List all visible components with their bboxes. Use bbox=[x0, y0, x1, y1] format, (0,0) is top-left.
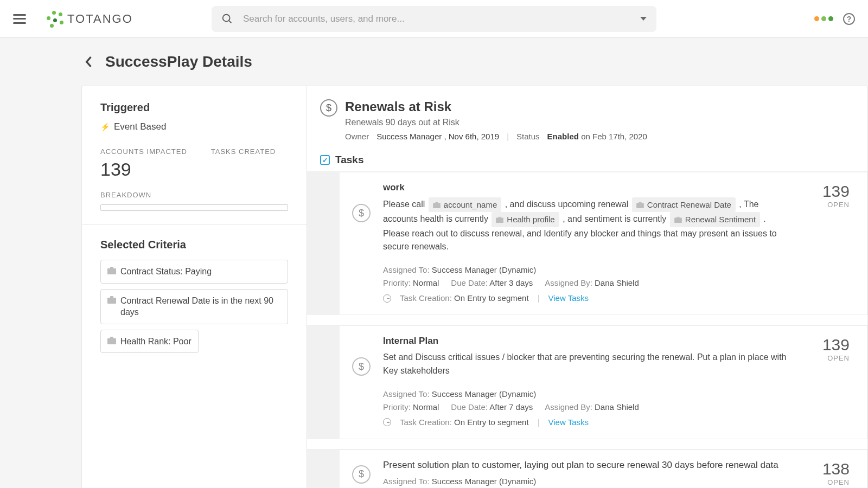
criteria-chip[interactable]: Contract Renewal Date is in the next 90 … bbox=[100, 289, 288, 324]
meta-label: Task Creation: bbox=[400, 418, 452, 427]
token-tag[interactable]: account_name bbox=[429, 197, 501, 212]
meta-label: Assigned By: bbox=[545, 402, 592, 412]
chevron-left-icon bbox=[85, 56, 92, 68]
criteria-text: Contract Renewal Date is in the next 90 … bbox=[120, 295, 281, 318]
metric-label: ACCOUNTS IMPACTED bbox=[100, 147, 187, 156]
meta-value: After 7 days bbox=[489, 402, 533, 412]
suitcase-icon bbox=[674, 216, 682, 223]
meta-value: Dana Shield bbox=[595, 402, 639, 412]
logo-text: TOTANGO bbox=[67, 12, 133, 26]
check-icon: ✓ bbox=[320, 155, 330, 165]
meta-label: Priority: bbox=[383, 278, 411, 287]
suitcase-icon bbox=[636, 202, 644, 208]
page-title: SuccessPlay Details bbox=[105, 53, 252, 70]
search-input[interactable] bbox=[243, 14, 640, 24]
meta-label: Due Date: bbox=[451, 402, 488, 412]
task-drag-handle[interactable] bbox=[307, 325, 340, 439]
menu-icon[interactable] bbox=[13, 14, 26, 24]
suitcase-icon bbox=[433, 202, 441, 208]
svg-rect-2 bbox=[107, 268, 116, 274]
clock-icon bbox=[383, 294, 391, 303]
criteria-chip[interactable]: Health Rank: Poor bbox=[100, 330, 199, 354]
breakdown-bar bbox=[100, 204, 288, 211]
meta-label: Assigned To: bbox=[383, 389, 430, 399]
logo[interactable]: TOTANGO bbox=[47, 11, 133, 27]
token-tag[interactable]: Renewal Sentiment bbox=[670, 212, 760, 227]
task-description: Please call account_name , and discuss u… bbox=[383, 197, 793, 254]
token-tag[interactable]: Health profile bbox=[492, 212, 559, 227]
meta-value: Normal bbox=[413, 402, 439, 412]
suitcase-icon bbox=[107, 296, 116, 304]
search-icon bbox=[221, 13, 233, 25]
play-meta: Owner Success Manager , Nov 6th, 2019 | … bbox=[345, 132, 835, 141]
suitcase-icon bbox=[496, 216, 503, 223]
status-value: Enabled bbox=[547, 132, 579, 141]
metric-value: 139 bbox=[100, 159, 187, 180]
criteria-chip[interactable]: Contract Status: Paying bbox=[100, 260, 288, 284]
task-text: , and discuss upcoming renewal bbox=[505, 200, 631, 209]
status-label: Status bbox=[516, 132, 540, 141]
global-search[interactable] bbox=[212, 6, 656, 32]
meta-value: On Entry to segment bbox=[454, 293, 529, 303]
task-row: $ work Please call account_name , and di… bbox=[307, 171, 867, 315]
task-description: Set and Discuss critical issues / blocke… bbox=[383, 351, 793, 378]
play-subtitle: Renewals 90 days out at Risk bbox=[345, 118, 835, 127]
view-tasks-link[interactable]: View Tasks bbox=[548, 416, 589, 429]
task-count-label: OPEN bbox=[803, 354, 850, 362]
chevron-down-icon[interactable] bbox=[640, 17, 647, 21]
meta-label: Assigned To: bbox=[383, 477, 430, 486]
triggered-heading: Triggered bbox=[100, 101, 288, 114]
criteria-text: Contract Status: Paying bbox=[120, 266, 212, 278]
task-text: , and sentiment is currently bbox=[563, 214, 669, 223]
meta-label: Priority: bbox=[383, 402, 411, 412]
meta-label: Task Creation: bbox=[400, 293, 452, 303]
bolt-icon: ⚡ bbox=[100, 123, 110, 131]
task-drag-handle[interactable] bbox=[307, 172, 340, 315]
suitcase-icon bbox=[107, 337, 116, 344]
task-drag-handle[interactable] bbox=[307, 450, 340, 488]
task-count-value: 139 bbox=[803, 182, 850, 201]
svg-rect-4 bbox=[107, 338, 116, 344]
divider: | bbox=[538, 292, 540, 305]
meta-value: After 3 days bbox=[489, 278, 533, 287]
task-count-value: 138 bbox=[803, 460, 850, 478]
trigger-type: ⚡ Event Based bbox=[100, 121, 288, 132]
divider bbox=[82, 224, 307, 224]
token-text: Contract Renewal Date bbox=[647, 198, 731, 211]
status-date: on Feb 17th, 2020 bbox=[581, 132, 647, 141]
task-row: $ Present solution plan to customer, lay… bbox=[307, 449, 867, 488]
play-title: Renewals at Risk bbox=[345, 99, 835, 114]
meta-label: Assigned By: bbox=[545, 278, 592, 287]
svg-rect-8 bbox=[674, 217, 682, 222]
meta-label: Assigned To: bbox=[383, 265, 430, 274]
owner-label: Owner bbox=[345, 132, 369, 141]
tasks-heading-label: Tasks bbox=[335, 154, 363, 166]
status-indicator-icon[interactable] bbox=[814, 16, 833, 21]
dollar-icon: $ bbox=[352, 357, 371, 376]
metric-label: TASKS CREATED bbox=[211, 147, 276, 156]
left-panel: Triggered ⚡ Event Based ACCOUNTS IMPACTE… bbox=[82, 86, 307, 488]
divider: | bbox=[538, 416, 540, 429]
clock-icon bbox=[383, 418, 391, 426]
meta-value: Normal bbox=[413, 278, 439, 287]
help-icon[interactable]: ? bbox=[843, 13, 855, 25]
meta-value: Dana Shield bbox=[595, 278, 639, 287]
back-button[interactable] bbox=[81, 55, 95, 69]
metric-accounts: ACCOUNTS IMPACTED 139 bbox=[100, 147, 187, 180]
svg-rect-3 bbox=[107, 298, 116, 304]
view-tasks-link[interactable]: View Tasks bbox=[548, 292, 589, 305]
criteria-text: Health Rank: Poor bbox=[120, 336, 192, 348]
meta-value: Success Manager (Dynamic) bbox=[432, 265, 537, 274]
dollar-icon: $ bbox=[352, 204, 371, 222]
meta-label: Due Date: bbox=[451, 278, 488, 287]
task-title: Present solution plan to customer, layin… bbox=[383, 460, 793, 471]
trigger-type-label: Event Based bbox=[114, 121, 166, 132]
task-row: $ Internal Plan Set and Discuss critical… bbox=[307, 325, 867, 439]
task-title: work bbox=[383, 182, 793, 193]
meta-value: Success Manager (Dynamic) bbox=[432, 389, 537, 399]
token-text: Health profile bbox=[507, 213, 554, 226]
token-tag[interactable]: Contract Renewal Date bbox=[632, 197, 736, 212]
metric-tasks: TASKS CREATED bbox=[211, 147, 276, 180]
suitcase-icon bbox=[107, 267, 116, 274]
tasks-heading: ✓ Tasks bbox=[307, 141, 867, 171]
